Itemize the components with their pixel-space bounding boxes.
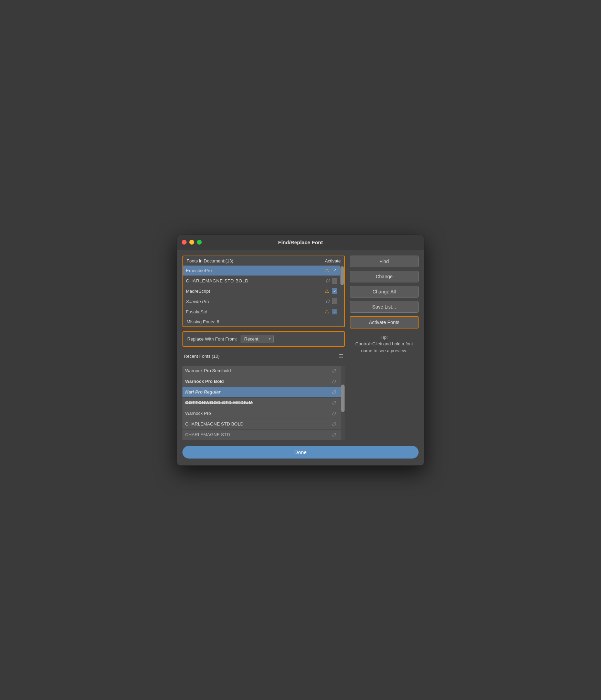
recent-font-row-charlemagne2[interactable]: CHARLEMAGNE STD BOLD 𝘖	[182, 419, 341, 430]
recent-fonts-label: Recent Fonts:(10)	[184, 354, 220, 359]
recent-font-row-warnock-bold[interactable]: Warnock Pro Bold 𝘖	[182, 376, 341, 387]
recent-font-name-kari-pro: Kari Pro Regular	[185, 389, 332, 395]
save-list-button[interactable]: Save List...	[350, 301, 419, 313]
recent-font-o-kari-pro: 𝘖	[332, 389, 335, 395]
main-content: Fonts in Document:(13) Activate Ernestin…	[177, 250, 424, 446]
font-row-charlemagne-bold[interactable]: CHARLEMAGNE STD BOLD 𝘖	[183, 276, 340, 286]
font-o-charlemagne-bold: 𝘖	[326, 278, 329, 284]
recent-font-row-warnock[interactable]: Warnock Pro 𝘖	[182, 408, 341, 419]
font-name-sanvito: Sanvito Pro	[186, 299, 326, 304]
minimize-button[interactable]	[189, 240, 194, 245]
warning-icon-madrescript: ⚠	[325, 288, 329, 294]
window-title: Find/Replace Font	[278, 239, 323, 245]
find-button[interactable]: Find	[350, 256, 419, 267]
recent-font-name-charlemagne2: CHARLEMAGNE STD BOLD	[185, 421, 332, 427]
title-bar: Find/Replace Font	[177, 235, 424, 250]
missing-fonts-label: Missing Fonts: 6	[187, 319, 219, 324]
list-view-icon[interactable]: ☰	[339, 353, 344, 359]
font-o-sanvito: 𝘖	[326, 298, 329, 304]
fonts-list-scrollbar[interactable]	[340, 266, 344, 317]
recent-font-name-charlemagne3: CHARLEMAGNE STD	[185, 432, 332, 437]
find-replace-font-window: Find/Replace Font Fonts in Document:(13)…	[177, 235, 424, 466]
recent-font-name-warnock: Warnock Pro	[185, 411, 332, 416]
font-row-fusaka[interactable]: FusakaStd ⚠	[183, 307, 340, 317]
traffic-lights	[182, 240, 202, 245]
replace-with-label: Replace With Font From:	[187, 336, 237, 342]
recent-font-o-warnock: 𝘖	[332, 410, 335, 417]
fonts-in-doc-header: Fonts in Document:(13) Activate	[183, 256, 344, 266]
done-button[interactable]: Done	[182, 446, 419, 459]
font-row-ernestine[interactable]: ErnestinePro ⚠	[183, 266, 340, 276]
tip-text: Tip:Control+Click and hold a font name t…	[350, 332, 419, 440]
recent-font-name-cottonwood: COTTONWOOD STD MEDIUM	[185, 400, 332, 405]
recent-font-o-warnock-semibold: 𝘖	[332, 368, 335, 374]
recent-font-o-warnock-bold: 𝘖	[332, 378, 335, 385]
recent-font-name-warnock-bold: Warnock Pro Bold	[185, 379, 332, 384]
recent-fonts-scrollbar[interactable]	[341, 366, 345, 440]
font-name-ernestine: ErnestinePro	[186, 268, 325, 273]
replace-dropdown-wrapper: Recent System Document ▾	[241, 335, 274, 343]
activate-fonts-button[interactable]: Activate Fonts	[350, 316, 419, 329]
recent-font-name-warnock-semibold: Warnock Pro Semibold	[185, 368, 332, 373]
font-name-madrescript: MadreScript	[186, 289, 325, 294]
font-checkbox-ernestine[interactable]	[332, 268, 337, 273]
font-name-fusaka: FusakaStd	[186, 309, 325, 314]
bottom-area: Done	[177, 446, 424, 465]
warning-icon-ernestine: ⚠	[325, 267, 329, 273]
maximize-button[interactable]	[197, 240, 202, 245]
recent-font-o-charlemagne3: 𝘖	[332, 432, 335, 438]
replace-with-box: Replace With Font From: Recent System Do…	[182, 331, 345, 347]
recent-font-row-warnock-semibold[interactable]: Warnock Pro Semibold 𝘖	[182, 366, 341, 376]
replace-dropdown[interactable]: Recent System Document	[241, 335, 274, 343]
change-all-button[interactable]: Change All	[350, 286, 419, 298]
warning-icon-fusaka: ⚠	[325, 309, 329, 315]
close-button[interactable]	[182, 240, 187, 245]
right-panel: Find Change Change All Save List... Acti…	[350, 256, 419, 440]
recent-font-o-cottonwood: 𝘖	[332, 400, 335, 406]
recent-fonts-list: Warnock Pro Semibold 𝘖 Warnock Pro Bold …	[182, 366, 345, 440]
font-checkbox-fusaka[interactable]	[332, 309, 337, 314]
recent-font-row-cottonwood[interactable]: COTTONWOOD STD MEDIUM 𝘖	[182, 398, 341, 408]
change-button[interactable]: Change	[350, 271, 419, 282]
missing-fonts-row: Missing Fonts: 6	[183, 317, 344, 326]
font-checkbox-sanvito[interactable]	[332, 299, 337, 304]
recent-font-o-charlemagne2: 𝘖	[332, 421, 335, 427]
recent-font-row-charlemagne3[interactable]: CHARLEMAGNE STD 𝘖	[182, 430, 341, 440]
recent-font-row-kari-pro[interactable]: Kari Pro Regular 𝘖	[182, 387, 341, 398]
fonts-in-doc-label: Fonts in Document:(13)	[187, 258, 233, 263]
fonts-list: ErnestinePro ⚠ CHARLEMAGNE STD BOLD 𝘖	[183, 266, 344, 317]
fonts-list-scrollbar-thumb	[340, 266, 344, 285]
recent-fonts-header: Recent Fonts:(10) ☰	[182, 351, 345, 362]
left-panel: Fonts in Document:(13) Activate Ernestin…	[182, 256, 345, 440]
font-checkbox-charlemagne-bold[interactable]	[332, 278, 337, 283]
activate-column-label: Activate	[325, 258, 341, 263]
font-row-madrescript[interactable]: MadreScript ⚠	[183, 286, 340, 297]
fonts-in-document-box: Fonts in Document:(13) Activate Ernestin…	[182, 256, 345, 327]
fonts-rows: ErnestinePro ⚠ CHARLEMAGNE STD BOLD 𝘖	[183, 266, 344, 317]
font-name-charlemagne-bold: CHARLEMAGNE STD BOLD	[186, 278, 326, 283]
font-row-sanvito[interactable]: Sanvito Pro 𝘖	[183, 297, 340, 307]
recent-rows: Warnock Pro Semibold 𝘖 Warnock Pro Bold …	[182, 366, 345, 440]
font-checkbox-madrescript[interactable]	[332, 288, 337, 294]
recent-fonts-scrollbar-thumb	[341, 385, 345, 412]
